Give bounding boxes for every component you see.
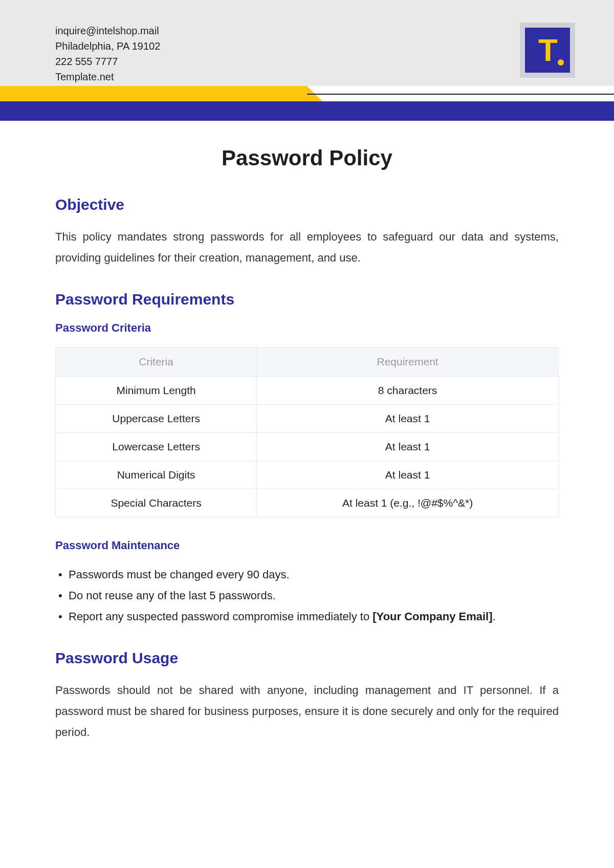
table-cell: At least 1 <box>257 433 559 461</box>
usage-text: Passwords should not be shared with anyo… <box>55 680 559 743</box>
contact-email: inquire@intelshop.mail <box>55 23 160 38</box>
table-cell: 8 characters <box>257 377 559 405</box>
table-header-row: Criteria Requirement <box>56 348 559 377</box>
criteria-table: Criteria Requirement Minimum Length 8 ch… <box>55 347 559 517</box>
contact-block: inquire@intelshop.mail Philadelphia, PA … <box>55 23 160 84</box>
heading-maintenance: Password Maintenance <box>55 539 559 552</box>
logo-icon: T <box>525 28 570 73</box>
heading-usage: Password Usage <box>55 649 559 667</box>
logo-dot-icon <box>558 59 564 66</box>
document-content: Password Policy Objective This policy ma… <box>55 146 559 743</box>
table-cell: Minimum Length <box>56 377 257 405</box>
table-row: Special Characters At least 1 (e.g., !@#… <box>56 489 559 517</box>
table-header-cell: Requirement <box>257 348 559 377</box>
contact-site: Template.net <box>55 69 160 84</box>
table-cell: Special Characters <box>56 489 257 517</box>
contact-phone: 222 555 7777 <box>55 54 160 69</box>
page-title: Password Policy <box>55 146 559 170</box>
maintenance-list: Passwords must be changed every 90 days.… <box>55 565 559 627</box>
header-band: inquire@intelshop.mail Philadelphia, PA … <box>0 0 614 86</box>
logo-letter: T <box>538 34 557 66</box>
table-header-cell: Criteria <box>56 348 257 377</box>
contact-address: Philadelphia, PA 19102 <box>55 38 160 54</box>
table-cell: At least 1 <box>257 461 559 489</box>
list-item: Report any suspected password compromise… <box>57 606 559 627</box>
logo-box: T <box>520 23 575 78</box>
table-cell: Numerical Digits <box>56 461 257 489</box>
table-cell: At least 1 <box>257 405 559 433</box>
list-item: Passwords must be changed every 90 days. <box>57 565 559 585</box>
table-row: Minimum Length 8 characters <box>56 377 559 405</box>
table-cell: At least 1 (e.g., !@#$%^&*) <box>257 489 559 517</box>
heading-criteria: Password Criteria <box>55 321 559 335</box>
table-row: Numerical Digits At least 1 <box>56 461 559 489</box>
heading-requirements: Password Requirements <box>55 291 559 308</box>
objective-text: This policy mandates strong passwords fo… <box>55 227 559 268</box>
list-item: Do not reuse any of the last 5 passwords… <box>57 585 559 606</box>
table-cell: Lowercase Letters <box>56 433 257 461</box>
stripe-yellow <box>0 86 307 101</box>
stripe-blue <box>0 101 614 121</box>
stripe-line <box>307 94 614 95</box>
table-row: Lowercase Letters At least 1 <box>56 433 559 461</box>
table-cell: Uppercase Letters <box>56 405 257 433</box>
heading-objective: Objective <box>55 196 559 213</box>
table-row: Uppercase Letters At least 1 <box>56 405 559 433</box>
